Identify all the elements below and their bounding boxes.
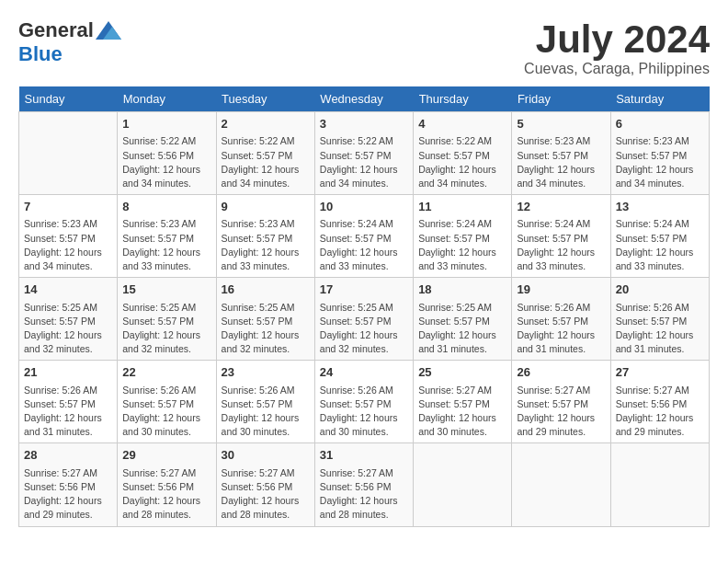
- calendar-cell: 23Sunrise: 5:26 AM Sunset: 5:57 PM Dayli…: [216, 361, 314, 443]
- day-info: Sunrise: 5:26 AM Sunset: 5:57 PM Dayligh…: [616, 301, 704, 357]
- calendar-cell: 24Sunrise: 5:26 AM Sunset: 5:57 PM Dayli…: [314, 361, 413, 443]
- day-number: 24: [320, 364, 408, 381]
- day-number: 13: [616, 199, 704, 215]
- day-info: Sunrise: 5:26 AM Sunset: 5:57 PM Dayligh…: [517, 301, 605, 357]
- day-number: 31: [320, 447, 408, 464]
- day-number: 12: [517, 199, 605, 215]
- header-saturday: Saturday: [610, 86, 709, 112]
- calendar-cell: 7Sunrise: 5:23 AM Sunset: 5:57 PM Daylig…: [19, 195, 118, 278]
- calendar-week-row: 21Sunrise: 5:26 AM Sunset: 5:57 PM Dayli…: [19, 361, 710, 443]
- month-title: July 2024: [524, 18, 710, 61]
- calendar-header-row: SundayMondayTuesdayWednesdayThursdayFrid…: [19, 86, 710, 112]
- location-text: Cuevas, Caraga, Philippines: [524, 61, 710, 77]
- day-info: Sunrise: 5:27 AM Sunset: 5:56 PM Dayligh…: [320, 466, 408, 523]
- calendar-cell: 3Sunrise: 5:22 AM Sunset: 5:57 PM Daylig…: [314, 112, 413, 195]
- calendar-cell: 22Sunrise: 5:26 AM Sunset: 5:57 PM Dayli…: [118, 361, 216, 443]
- calendar-cell: 14Sunrise: 5:25 AM Sunset: 5:57 PM Dayli…: [19, 278, 118, 361]
- header-thursday: Thursday: [414, 86, 512, 112]
- day-info: Sunrise: 5:26 AM Sunset: 5:57 PM Dayligh…: [122, 384, 210, 440]
- calendar-cell: 11Sunrise: 5:24 AM Sunset: 5:57 PM Dayli…: [414, 195, 512, 278]
- day-info: Sunrise: 5:27 AM Sunset: 5:56 PM Dayligh…: [222, 466, 310, 523]
- day-info: Sunrise: 5:26 AM Sunset: 5:57 PM Dayligh…: [24, 384, 112, 440]
- calendar-cell: [414, 443, 512, 526]
- day-number: 4: [418, 116, 506, 132]
- day-number: 11: [418, 199, 506, 215]
- calendar-cell: 5Sunrise: 5:23 AM Sunset: 5:57 PM Daylig…: [512, 112, 610, 195]
- page-header: General Blue July 2024 Cuevas, Caraga, P…: [18, 18, 710, 77]
- day-info: Sunrise: 5:24 AM Sunset: 5:57 PM Dayligh…: [517, 217, 605, 273]
- calendar-cell: 21Sunrise: 5:26 AM Sunset: 5:57 PM Dayli…: [19, 361, 118, 443]
- day-info: Sunrise: 5:27 AM Sunset: 5:56 PM Dayligh…: [616, 384, 704, 440]
- day-number: 28: [24, 447, 112, 464]
- day-number: 30: [222, 447, 310, 464]
- day-info: Sunrise: 5:23 AM Sunset: 5:57 PM Dayligh…: [222, 217, 310, 273]
- day-number: 22: [122, 364, 210, 381]
- day-info: Sunrise: 5:22 AM Sunset: 5:57 PM Dayligh…: [418, 134, 506, 190]
- day-info: Sunrise: 5:25 AM Sunset: 5:57 PM Dayligh…: [418, 301, 506, 357]
- calendar-cell: 2Sunrise: 5:22 AM Sunset: 5:57 PM Daylig…: [216, 112, 314, 195]
- calendar-cell: 8Sunrise: 5:23 AM Sunset: 5:57 PM Daylig…: [118, 195, 216, 278]
- calendar-cell: 30Sunrise: 5:27 AM Sunset: 5:56 PM Dayli…: [216, 443, 314, 526]
- calendar-cell: 27Sunrise: 5:27 AM Sunset: 5:56 PM Dayli…: [610, 361, 709, 443]
- day-number: 3: [320, 116, 408, 132]
- calendar-cell: [610, 443, 709, 526]
- day-info: Sunrise: 5:23 AM Sunset: 5:57 PM Dayligh…: [616, 134, 704, 190]
- day-number: 23: [222, 364, 310, 381]
- header-sunday: Sunday: [19, 86, 118, 112]
- day-number: 18: [418, 282, 506, 298]
- header-tuesday: Tuesday: [216, 86, 314, 112]
- day-info: Sunrise: 5:27 AM Sunset: 5:57 PM Dayligh…: [418, 384, 506, 440]
- calendar-cell: 10Sunrise: 5:24 AM Sunset: 5:57 PM Dayli…: [314, 195, 413, 278]
- day-number: 10: [320, 199, 408, 215]
- day-info: Sunrise: 5:25 AM Sunset: 5:57 PM Dayligh…: [320, 301, 408, 357]
- day-info: Sunrise: 5:25 AM Sunset: 5:57 PM Dayligh…: [122, 301, 210, 357]
- calendar-cell: 29Sunrise: 5:27 AM Sunset: 5:56 PM Dayli…: [118, 443, 216, 526]
- day-number: 8: [122, 199, 210, 215]
- day-number: 6: [616, 116, 704, 132]
- day-number: 15: [122, 282, 210, 298]
- day-info: Sunrise: 5:26 AM Sunset: 5:57 PM Dayligh…: [320, 384, 408, 440]
- calendar-cell: 4Sunrise: 5:22 AM Sunset: 5:57 PM Daylig…: [414, 112, 512, 195]
- calendar-cell: 26Sunrise: 5:27 AM Sunset: 5:57 PM Dayli…: [512, 361, 610, 443]
- day-number: 26: [517, 364, 605, 381]
- day-number: 17: [320, 282, 408, 298]
- day-info: Sunrise: 5:23 AM Sunset: 5:57 PM Dayligh…: [517, 134, 605, 190]
- calendar-cell: 12Sunrise: 5:24 AM Sunset: 5:57 PM Dayli…: [512, 195, 610, 278]
- day-number: 25: [418, 364, 506, 381]
- calendar-table: SundayMondayTuesdayWednesdayThursdayFrid…: [18, 86, 710, 526]
- day-info: Sunrise: 5:27 AM Sunset: 5:56 PM Dayligh…: [24, 466, 112, 523]
- day-number: 19: [517, 282, 605, 298]
- calendar-cell: 31Sunrise: 5:27 AM Sunset: 5:56 PM Dayli…: [314, 443, 413, 526]
- header-friday: Friday: [512, 86, 610, 112]
- day-info: Sunrise: 5:27 AM Sunset: 5:57 PM Dayligh…: [517, 384, 605, 440]
- header-monday: Monday: [118, 86, 216, 112]
- logo-general-text: General: [18, 18, 94, 42]
- calendar-week-row: 28Sunrise: 5:27 AM Sunset: 5:56 PM Dayli…: [19, 443, 710, 526]
- day-info: Sunrise: 5:25 AM Sunset: 5:57 PM Dayligh…: [24, 301, 112, 357]
- calendar-cell: [19, 112, 118, 195]
- header-wednesday: Wednesday: [314, 86, 413, 112]
- day-number: 20: [616, 282, 704, 298]
- day-number: 2: [222, 116, 310, 132]
- logo-icon: [96, 21, 121, 40]
- day-number: 29: [122, 447, 210, 464]
- day-info: Sunrise: 5:22 AM Sunset: 5:56 PM Dayligh…: [122, 134, 210, 190]
- day-info: Sunrise: 5:24 AM Sunset: 5:57 PM Dayligh…: [418, 217, 506, 273]
- day-number: 5: [517, 116, 605, 132]
- calendar-cell: 19Sunrise: 5:26 AM Sunset: 5:57 PM Dayli…: [512, 278, 610, 361]
- calendar-cell: 9Sunrise: 5:23 AM Sunset: 5:57 PM Daylig…: [216, 195, 314, 278]
- calendar-cell: [512, 443, 610, 526]
- day-number: 16: [222, 282, 310, 298]
- calendar-cell: 6Sunrise: 5:23 AM Sunset: 5:57 PM Daylig…: [610, 112, 709, 195]
- calendar-cell: 13Sunrise: 5:24 AM Sunset: 5:57 PM Dayli…: [610, 195, 709, 278]
- calendar-cell: 15Sunrise: 5:25 AM Sunset: 5:57 PM Dayli…: [118, 278, 216, 361]
- calendar-cell: 25Sunrise: 5:27 AM Sunset: 5:57 PM Dayli…: [414, 361, 512, 443]
- day-number: 1: [122, 116, 210, 132]
- day-info: Sunrise: 5:26 AM Sunset: 5:57 PM Dayligh…: [222, 384, 310, 440]
- day-info: Sunrise: 5:27 AM Sunset: 5:56 PM Dayligh…: [122, 466, 210, 523]
- calendar-cell: 16Sunrise: 5:25 AM Sunset: 5:57 PM Dayli…: [216, 278, 314, 361]
- day-number: 14: [24, 282, 112, 298]
- calendar-week-row: 7Sunrise: 5:23 AM Sunset: 5:57 PM Daylig…: [19, 195, 710, 278]
- calendar-week-row: 14Sunrise: 5:25 AM Sunset: 5:57 PM Dayli…: [19, 278, 710, 361]
- calendar-cell: 1Sunrise: 5:22 AM Sunset: 5:56 PM Daylig…: [118, 112, 216, 195]
